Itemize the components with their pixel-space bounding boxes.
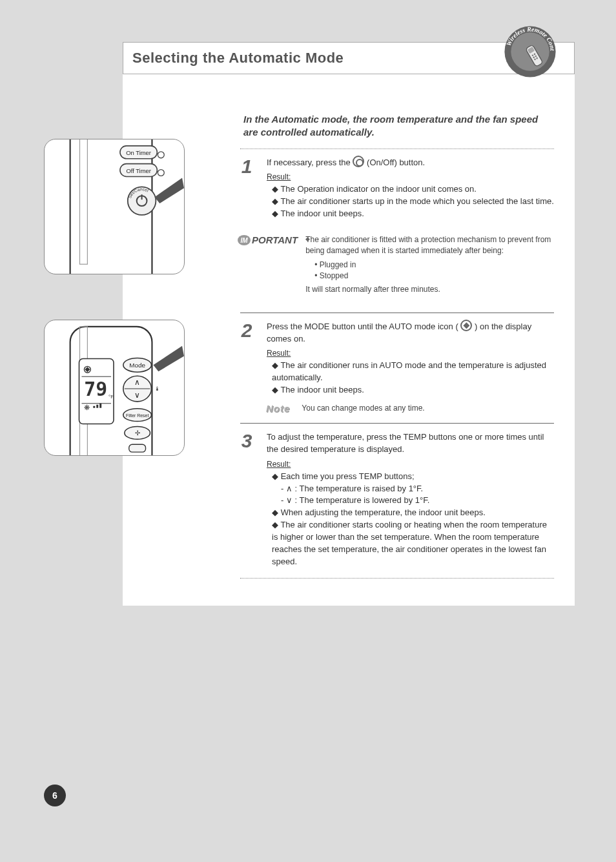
- swing-button-graphic: ✢: [125, 426, 150, 439]
- svg-text:∨: ∨: [134, 391, 140, 400]
- svg-text:∧: ∧: [134, 378, 140, 387]
- step-1: 1 If necessary, press the (On/Off) butto…: [237, 157, 554, 220]
- note-body: You can change modes at any time.: [302, 403, 554, 414]
- step-result: Result: ◆ The air conditioner runs in AU…: [267, 347, 554, 396]
- result-sub: : The temperature is raised by 1°F.: [295, 484, 424, 493]
- result-label: Result:: [267, 349, 291, 358]
- important-item: Stopped: [320, 271, 349, 280]
- important-body: The air conditioner is fitted with a pro…: [305, 234, 554, 300]
- filter-reset-label: Filter Reset: [126, 413, 149, 418]
- important-label-text: PORTANT: [252, 234, 298, 245]
- step-text-b: (On/Off) button.: [367, 158, 425, 167]
- svg-rect-33: [99, 404, 101, 408]
- important-block: IM PORTANT The air conditioner is fitted…: [237, 234, 554, 300]
- step-3: 3 To adjust the temperature, press the T…: [237, 431, 554, 568]
- off-timer-button-graphic: Off Timer: [120, 164, 164, 177]
- step-2: 2 Press the MODE button until the AUTO m…: [237, 321, 554, 396]
- svg-point-16: [158, 152, 164, 158]
- mode-label: Mode: [129, 362, 145, 369]
- page-number: 6: [44, 785, 66, 806]
- lcd-temp-unit: °F: [108, 394, 114, 400]
- power-button-graphic: Set/Cancel: [127, 187, 156, 215]
- result-bullet: Each time you press TEMP buttons;: [281, 471, 415, 481]
- step-number: 3: [237, 431, 256, 568]
- result-bullet: The air conditioner starts cooling or he…: [272, 520, 547, 566]
- svg-rect-32: [96, 405, 98, 408]
- result-bullet: The air conditioner starts up in the mod…: [280, 196, 553, 206]
- intro-text: In the Automatic mode, the room temperat…: [243, 113, 554, 139]
- filter-reset-button-graphic: Filter Reset: [123, 409, 152, 422]
- important-item: Plugged in: [320, 260, 356, 269]
- divider: [240, 149, 554, 149]
- content-panel: In the Automatic mode, the room temperat…: [123, 74, 575, 606]
- step-body: To adjust the temperature, press the TEM…: [267, 431, 554, 568]
- misc-button-graphic: [129, 444, 146, 452]
- svg-text:✢: ✢: [135, 429, 140, 436]
- step-text-a: If necessary, press the: [267, 158, 353, 167]
- on-timer-button-graphic: On Timer: [120, 146, 164, 159]
- result-label: Result:: [267, 172, 291, 181]
- result-sub: : The temperature is lowered by 1°F.: [295, 495, 430, 505]
- important-icon: IM: [237, 234, 251, 246]
- power-icon: [353, 156, 364, 167]
- important-text: The air conditioner is fitted with a pro…: [305, 234, 554, 296]
- step-text-a: Press the MODE button until the AUTO mod…: [267, 322, 458, 331]
- divider: [240, 423, 554, 424]
- result-bullet: The indoor unit beeps.: [280, 209, 364, 218]
- svg-rect-31: [93, 406, 95, 408]
- note-block: Note You can change modes at any time.: [266, 403, 554, 414]
- step-result: Result: ◆ The Operation indicator on the…: [267, 171, 554, 220]
- svg-text:🌡: 🌡: [154, 385, 160, 392]
- page-number-value: 6: [52, 790, 57, 801]
- lcd-temp-value: 79: [84, 378, 107, 400]
- step-body: If necessary, press the (On/Off) button.…: [267, 157, 554, 220]
- svg-text:IM: IM: [240, 237, 248, 244]
- result-bullet: The air conditioner runs in AUTO mode an…: [272, 360, 546, 382]
- remote-illustration-2: 79 °F ❋ Mode ∧ ∨ 🌡 Filter Reset ✢: [44, 320, 185, 456]
- svg-text:❋: ❋: [84, 404, 90, 411]
- result-bullet: The Operation indicator on the indoor un…: [280, 184, 477, 194]
- divider: [240, 313, 554, 313]
- wireless-remote-badge: Wireless Remote Controller: [501, 23, 559, 81]
- pointer-arrow-icon: [153, 346, 184, 372]
- step-text: To adjust the temperature, press the TEM…: [267, 432, 544, 454]
- lcd-auto-icon: [84, 366, 90, 373]
- important-label: IM PORTANT: [237, 234, 298, 246]
- mode-button-graphic: Mode: [123, 358, 152, 372]
- step-body: Press the MODE button until the AUTO mod…: [267, 321, 554, 396]
- svg-point-18: [158, 170, 164, 176]
- temp-updown-button-graphic: ∧ ∨ 🌡: [123, 376, 161, 402]
- important-item: It will start normally after three minut…: [305, 284, 554, 295]
- step-number: 1: [237, 157, 256, 220]
- remote-illustration-1: On Timer Off Timer Set/Cancel: [44, 139, 185, 274]
- pointer-arrow-icon: [154, 178, 184, 203]
- auto-mode-icon: [460, 320, 472, 331]
- result-label: Result:: [267, 460, 291, 469]
- on-timer-label: On Timer: [126, 149, 151, 156]
- result-bullet: When adjusting the temperature, the indo…: [281, 508, 486, 517]
- step-number: 2: [237, 321, 256, 396]
- page-title: Selecting the Automatic Mode: [132, 50, 344, 67]
- result-bullet: The indoor unit beeps.: [280, 385, 364, 395]
- off-timer-label: Off Timer: [126, 167, 151, 174]
- step-result: Result: ◆ Each time you press TEMP butto…: [267, 458, 554, 568]
- note-label: Note: [266, 403, 290, 414]
- divider: [240, 578, 554, 579]
